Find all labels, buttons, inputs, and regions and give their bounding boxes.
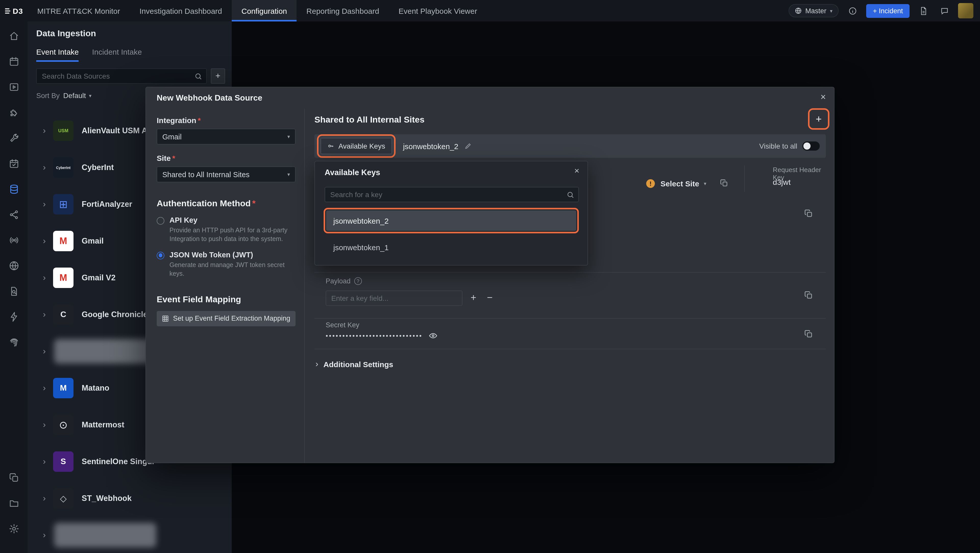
show-secret-eye-icon[interactable] (429, 331, 438, 340)
auth-option-description: Provide an HTTP push API for a 3rd-party… (169, 226, 288, 244)
calendar-icon[interactable] (5, 52, 23, 70)
caret-down-icon: ▾ (830, 8, 832, 14)
tab[interactable]: Incident Intake (92, 48, 142, 62)
data-source-row[interactable]: › (27, 517, 232, 553)
copy-icon[interactable] (804, 329, 813, 339)
copy-icon[interactable] (720, 179, 729, 187)
caret-down-icon: ▾ (287, 172, 290, 177)
nav-item[interactable]: MITRE ATT&CK Monitor (27, 0, 130, 21)
chevron-right-icon[interactable]: › (43, 530, 52, 540)
copy-stack-icon[interactable] (5, 468, 23, 487)
info-icon (848, 6, 857, 15)
popup-close-icon[interactable]: × (574, 166, 579, 175)
nav-item-label: Event Playbook Viewer (399, 6, 477, 15)
visible-to-all-toggle[interactable] (802, 142, 820, 151)
sort-dropdown[interactable]: Default ▾ (63, 91, 92, 100)
automation-bolt-icon[interactable] (5, 308, 23, 326)
data-source-name: CyberInt (82, 163, 114, 172)
chat-button[interactable] (937, 3, 951, 18)
grid-icon (162, 315, 169, 322)
chevron-right-icon[interactable]: › (43, 236, 52, 246)
connections-icon[interactable] (5, 205, 23, 224)
modal-title: New Webhook Data Source (157, 94, 262, 103)
data-ingestion-icon[interactable] (5, 180, 23, 198)
add-data-source-button[interactable]: + (211, 69, 225, 84)
integration-select[interactable]: Gmail ▾ (157, 129, 296, 145)
schedule-icon[interactable] (5, 154, 23, 172)
auth-option[interactable]: API Key Provide an HTTP push API for a 3… (157, 216, 296, 244)
edit-key-icon[interactable] (465, 142, 472, 150)
home-icon[interactable] (5, 27, 23, 45)
visible-to-all-label: Visible to all (759, 142, 797, 150)
user-avatar[interactable] (958, 3, 974, 18)
remove-key-field-icon[interactable]: − (487, 293, 493, 302)
nav-item[interactable]: Event Playbook Viewer (389, 0, 487, 21)
data-source-name: FortiAnalyzer (82, 200, 132, 209)
payload-key-field-input[interactable] (326, 290, 463, 306)
modal-close-icon[interactable]: × (821, 92, 826, 102)
chevron-right-icon: › (315, 359, 318, 369)
nav-item[interactable]: Reporting Dashboard (297, 0, 389, 21)
add-key-button[interactable]: + (811, 111, 826, 127)
chevron-right-icon[interactable]: › (43, 383, 52, 393)
tab-label: Event Intake (36, 48, 79, 56)
auth-option[interactable]: JSON Web Token (JWT) Generate and manage… (157, 251, 296, 278)
chevron-right-icon[interactable]: › (43, 199, 52, 209)
radio-icon[interactable] (157, 252, 164, 260)
site-selector[interactable]: Master ▾ (789, 4, 839, 18)
info-button[interactable] (845, 3, 859, 18)
chevron-right-icon[interactable]: › (43, 273, 52, 283)
globe-icon[interactable] (5, 257, 23, 275)
chevron-right-icon[interactable]: › (43, 493, 52, 504)
divider (314, 318, 826, 319)
file-search-icon[interactable] (5, 282, 23, 300)
chevron-right-icon[interactable]: › (43, 126, 52, 136)
folder-icon[interactable] (5, 494, 23, 512)
key-search-input[interactable] (325, 187, 579, 202)
tab-label: Incident Intake (92, 48, 142, 56)
additional-settings-toggle[interactable]: › Additional Settings (315, 359, 393, 369)
data-source-icon: ⊞ (53, 194, 73, 214)
radio-icon[interactable] (157, 217, 164, 225)
tab[interactable]: Event Intake (36, 48, 79, 62)
copy-icon[interactable] (804, 209, 813, 218)
nav-item[interactable]: Investigation Dashboard (130, 0, 232, 21)
data-source-name: Matano (82, 384, 110, 393)
available-keys-button[interactable]: Available Keys (321, 138, 392, 154)
d3-logo[interactable]: D3 (0, 0, 27, 21)
key-list-item[interactable]: jsonwebtoken_2 (326, 210, 576, 231)
broadcast-icon[interactable] (5, 231, 23, 249)
settings-gear-icon[interactable] (5, 519, 23, 538)
fingerprint-icon[interactable] (5, 333, 23, 351)
document-button[interactable] (916, 3, 931, 18)
search-data-sources-input[interactable] (36, 69, 207, 84)
intake-tabs: Event IntakeIncident Intake (27, 39, 232, 62)
site-select[interactable]: Shared to All Internal Sites ▾ (157, 166, 296, 182)
key-list-item[interactable]: jsonwebtoken_1 (326, 237, 576, 257)
nav-item[interactable]: Configuration (232, 0, 297, 21)
help-icon[interactable]: ? (354, 277, 362, 285)
modal-header: New Webhook Data Source (146, 87, 834, 109)
copy-icon[interactable] (804, 290, 813, 300)
new-incident-button[interactable]: + Incident (866, 4, 910, 18)
chevron-right-icon[interactable]: › (43, 309, 52, 320)
data-source-icon: C (53, 304, 73, 325)
data-source-icon-text: C (60, 311, 66, 319)
utilities-icon[interactable] (5, 129, 23, 147)
additional-settings-label: Additional Settings (323, 360, 393, 368)
integrations-icon[interactable] (5, 103, 23, 121)
required-asterisk: * (172, 154, 175, 163)
select-site-dropdown[interactable]: Select Site ▾ (660, 179, 706, 188)
chevron-right-icon[interactable]: › (43, 163, 52, 172)
event-field-mapping-heading: Event Field Mapping (157, 294, 296, 304)
playbook-icon[interactable] (5, 78, 23, 96)
chevron-right-icon[interactable]: › (43, 456, 52, 467)
chevron-right-icon[interactable]: › (43, 346, 52, 356)
chevron-right-icon[interactable]: › (43, 420, 52, 430)
search-box (36, 69, 207, 84)
divider (744, 166, 745, 192)
setup-field-mapping-button[interactable]: Set up Event Field Extraction Mapping (157, 311, 295, 326)
data-source-row[interactable]: › ◇ ST_Webhook (27, 480, 232, 517)
add-key-field-icon[interactable]: + (471, 293, 476, 302)
redacted-blob (54, 339, 156, 363)
